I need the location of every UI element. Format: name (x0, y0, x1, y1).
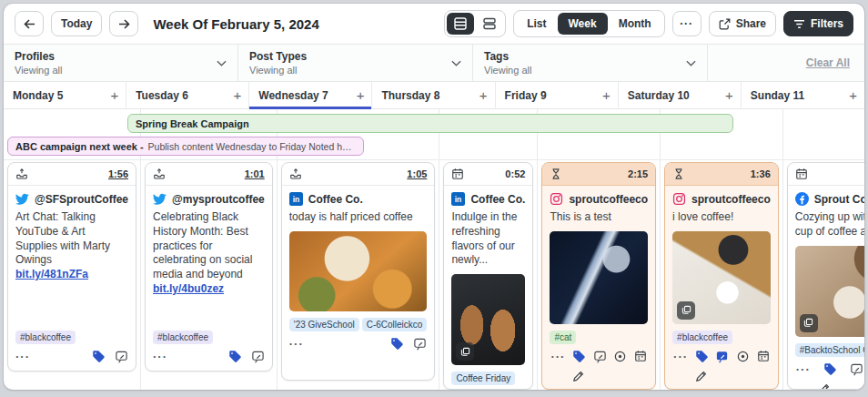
share-icon (719, 18, 731, 30)
card-more-button[interactable]: ··· (153, 351, 167, 362)
post-time: 0:52 (505, 168, 525, 179)
post-card-monday[interactable]: 1:56 @SFSproutCoffee Art Chat: Talking Y… (7, 162, 136, 372)
tag-icon[interactable] (228, 350, 242, 363)
post-link[interactable]: bit.ly/4bu0zez (153, 282, 265, 295)
filter-funnel-icon (793, 19, 805, 29)
tag-pill[interactable]: C-6Colleickco (362, 318, 428, 331)
clear-all-link[interactable]: Clear All (806, 56, 850, 69)
today-button[interactable]: Today (51, 11, 102, 36)
card-more-button[interactable]: ··· (796, 363, 811, 375)
day-header-row: Monday 5 + Tuesday 6 + Wednesday 7 + Thu… (4, 82, 864, 109)
calendar-app-window: Today Week Of February 5, 2024 (4, 4, 864, 390)
tag-pill[interactable]: #cat (550, 331, 576, 344)
post-text: Art Chat: Talking YouTube & Art Supplies… (15, 210, 128, 268)
comment-icon[interactable] (251, 350, 265, 363)
multi-image-icon (456, 342, 474, 361)
post-time[interactable]: 1:05 (407, 168, 427, 179)
tag-icon[interactable] (390, 337, 404, 351)
post-text: Indulge in the refreshing flavors of our… (451, 210, 525, 268)
tag-pill[interactable]: #blackcoffee (153, 331, 213, 344)
arrow-right-icon (118, 19, 130, 29)
twitter-icon (153, 192, 167, 206)
card-more-button[interactable]: ··· (289, 338, 304, 350)
column-saturday: 1:36 sproutcoffeeco i love coffee! (661, 109, 783, 390)
post-image[interactable] (550, 231, 648, 324)
svg-text:in: in (455, 195, 462, 204)
preview-eye-icon[interactable] (613, 350, 627, 363)
profiles-filter-value: Viewing all (15, 65, 217, 76)
comment-icon[interactable] (593, 350, 607, 363)
chevron-down-icon (217, 60, 227, 66)
post-image[interactable] (451, 274, 525, 365)
tab-list[interactable]: List (516, 13, 557, 35)
card-more-button[interactable]: ··· (15, 351, 30, 362)
add-post-button[interactable]: + (725, 88, 733, 102)
post-types-filter-value: Viewing all (249, 65, 451, 76)
multi-image-icon (800, 314, 818, 332)
page-title: Week Of February 5, 2024 (153, 16, 318, 32)
tag-icon[interactable] (823, 362, 837, 376)
tag-pill[interactable]: '23 GiveSchool (289, 318, 359, 331)
card-more-button[interactable]: ··· (550, 351, 565, 362)
tag-icon[interactable] (92, 350, 106, 363)
post-time: 2:15 (628, 168, 648, 179)
more-options-button[interactable]: ··· (672, 11, 701, 36)
calendar-small-icon[interactable] (634, 350, 647, 362)
edit-pencil-icon[interactable] (817, 382, 831, 390)
day-header-wednesday-active: Wednesday 7 + (249, 82, 372, 108)
expanded-view-button[interactable] (476, 13, 503, 35)
comment-icon[interactable] (413, 337, 427, 351)
edit-pencil-icon[interactable] (571, 370, 585, 383)
tag-pill[interactable]: #blackcoffee (672, 331, 732, 344)
tag-pill[interactable]: #blackcoffee (15, 331, 76, 344)
add-post-button[interactable]: + (849, 88, 857, 102)
post-image[interactable]: ALT (795, 246, 864, 337)
tags-filter[interactable]: Tags Viewing all (473, 45, 708, 81)
add-post-button[interactable]: + (110, 88, 118, 102)
post-card-friday[interactable]: 2:15 sproutcoffeeco This is a test #cat (541, 162, 656, 390)
post-image[interactable] (289, 231, 428, 311)
tag-pill[interactable]: #BacktoSchool Campaign (795, 343, 864, 357)
comment-icon[interactable] (850, 362, 863, 376)
post-handle: Coffee Co. (308, 193, 363, 206)
comment-icon[interactable] (115, 350, 128, 363)
post-card-saturday[interactable]: 1:36 sproutcoffeeco i love coffee! (664, 162, 779, 390)
tag-icon[interactable] (695, 350, 709, 363)
add-post-button[interactable]: + (234, 88, 242, 102)
post-card-wednesday[interactable]: 1:05 in Coffee Co. today is half priced … (281, 162, 436, 381)
view-switcher: List Week Month (513, 10, 664, 37)
queue-icon (289, 168, 302, 180)
calendar-small-icon[interactable] (757, 350, 770, 362)
post-image[interactable] (672, 231, 771, 324)
chevron-down-icon (686, 60, 696, 66)
prev-week-button[interactable] (15, 11, 44, 36)
share-button[interactable]: Share (709, 11, 776, 36)
post-types-filter[interactable]: Post Types Viewing all (238, 45, 473, 81)
tag-icon[interactable] (572, 350, 586, 363)
post-card-thursday[interactable]: 0:52 in Coffee Co. Indulge in the refres… (443, 162, 533, 390)
tag-pill[interactable]: Coffee Friday (451, 372, 515, 385)
post-card-tuesday[interactable]: 1:01 @mysproutcoffee Celebrating Black H… (145, 162, 273, 372)
post-card-sunday[interactable]: 1:15 Sprout Coffee Co ... Cozying up wit… (787, 162, 864, 390)
preview-eye-icon[interactable] (736, 350, 750, 363)
post-time[interactable]: 1:56 (108, 168, 128, 179)
add-post-button[interactable]: + (357, 88, 365, 102)
comment-filled-icon[interactable] (715, 350, 729, 363)
campaign-bar-spring-break[interactable]: Spring Break Campaign (127, 114, 733, 133)
column-thursday: 0:52 in Coffee Co. Indulge in the refres… (439, 109, 538, 390)
compact-view-button[interactable] (447, 13, 474, 35)
edit-pencil-icon[interactable] (694, 370, 708, 383)
next-week-button[interactable] (109, 11, 138, 36)
tab-month[interactable]: Month (608, 13, 662, 35)
card-more-button[interactable]: ··· (673, 351, 688, 362)
tab-week[interactable]: Week (558, 13, 608, 35)
twitter-icon (15, 192, 29, 206)
add-post-button[interactable]: + (479, 88, 488, 102)
post-time[interactable]: 1:01 (245, 168, 265, 179)
post-link[interactable]: bit.ly/481nZFa (15, 268, 128, 280)
campaign-bar-abc[interactable]: ABC campaign next week - Publish content… (7, 137, 364, 156)
add-post-button[interactable]: + (602, 88, 611, 102)
profiles-filter[interactable]: Profiles Viewing all (4, 45, 238, 81)
filters-button[interactable]: Filters (783, 11, 853, 36)
expanded-view-icon (483, 17, 496, 30)
